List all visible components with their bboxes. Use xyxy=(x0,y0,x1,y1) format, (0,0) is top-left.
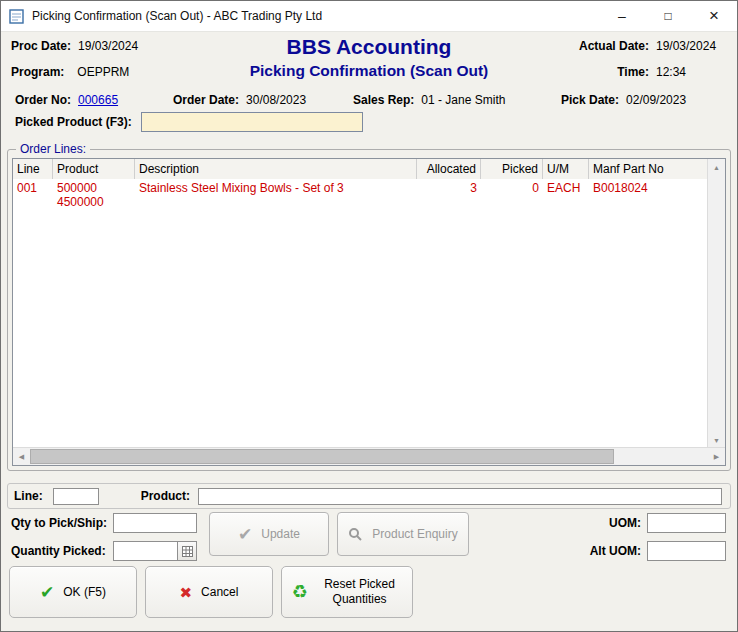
column-header-um[interactable]: U/M xyxy=(543,159,589,179)
cell-manf-part-no: B0018024 xyxy=(589,179,708,209)
alt-uom-label: Alt UOM: xyxy=(590,544,641,558)
column-header-description[interactable]: Description xyxy=(135,159,417,179)
sales-rep-field: Sales Rep:01 - Jane Smith xyxy=(353,93,505,107)
update-button-label: Update xyxy=(261,527,300,541)
cancel-cross-icon: ✖ xyxy=(180,585,193,600)
order-line-row[interactable]: 001 500000 4500000 Stainless Steel Mixin… xyxy=(13,179,708,209)
left-arrow-icon: ◀ xyxy=(19,453,24,461)
product-input[interactable] xyxy=(198,488,722,505)
list-body: 001 500000 4500000 Stainless Steel Mixin… xyxy=(13,179,708,448)
order-date-field: Order Date:30/08/2023 xyxy=(173,93,306,107)
cell-description: Stainless Steel Mixing Bowls - Set of 3 xyxy=(135,179,417,209)
order-lines-list: Line Product Description Allocated Picke… xyxy=(12,158,726,466)
picking-confirmation-window: Picking Confirmation (Scan Out) - ABC Tr… xyxy=(0,0,738,632)
cancel-button-label: Cancel xyxy=(201,585,238,599)
time-field: Time: 12:34 xyxy=(555,65,727,79)
order-date-value: 30/08/2023 xyxy=(246,93,306,107)
window-title: Picking Confirmation (Scan Out) - ABC Tr… xyxy=(32,9,322,23)
maximize-icon: □ xyxy=(664,9,671,23)
uom-label-wrap: UOM: xyxy=(609,516,641,530)
actual-date-value: 19/03/2024 xyxy=(656,39,726,53)
down-arrow-icon: ▼ xyxy=(713,437,720,444)
picked-product-label-wrap: Picked Product (F3): xyxy=(15,115,132,129)
cell-product: 500000 4500000 xyxy=(53,179,135,209)
alt-uom-input[interactable] xyxy=(647,541,726,561)
pick-date-field: Pick Date:02/09/2023 xyxy=(561,93,686,107)
order-no-field: Order No:000665 xyxy=(15,93,118,107)
reset-picked-button-label: Reset Picked Quantities xyxy=(317,577,403,607)
order-no-label: Order No: xyxy=(15,93,71,107)
recycle-icon: ♻ xyxy=(291,583,307,601)
scroll-right-button[interactable]: ▶ xyxy=(708,449,725,465)
alt-uom-label-wrap: Alt UOM: xyxy=(590,544,641,558)
update-check-icon: ✔ xyxy=(238,526,252,543)
horizontal-scroll-thumb[interactable] xyxy=(30,449,614,464)
horizontal-scrollbar[interactable]: ◀ ▶ xyxy=(13,447,725,465)
line-label: Line: xyxy=(14,489,43,503)
close-icon: × xyxy=(709,6,719,26)
qty-picked-label: Quantity Picked: xyxy=(11,544,106,558)
right-arrow-icon: ▶ xyxy=(714,453,719,461)
cancel-button[interactable]: ✖ Cancel xyxy=(145,566,273,618)
uom-input[interactable] xyxy=(647,513,726,533)
qty-label: Qty to Pick/Ship: xyxy=(11,516,107,530)
ok-check-icon: ✔ xyxy=(40,584,54,601)
title-bar: Picking Confirmation (Scan Out) - ABC Tr… xyxy=(1,1,737,32)
column-header-line[interactable]: Line xyxy=(13,159,53,179)
sales-rep-label: Sales Rep: xyxy=(353,93,414,107)
order-lines-group-label: Order Lines: xyxy=(16,142,90,156)
up-arrow-icon: ▲ xyxy=(713,164,720,171)
product-enquiry-button[interactable]: Product Enquiry xyxy=(337,512,469,556)
cell-um: EACH xyxy=(543,179,589,209)
cell-product-line2: 4500000 xyxy=(57,195,131,209)
qty-picked-label-wrap: Quantity Picked: xyxy=(11,544,106,558)
cell-allocated: 3 xyxy=(417,179,481,209)
qty-field-label-wrap: Qty to Pick/Ship: xyxy=(11,516,107,530)
minimize-button[interactable]: – xyxy=(599,1,645,31)
update-button[interactable]: ✔ Update xyxy=(209,512,329,556)
column-header-product[interactable]: Product xyxy=(53,159,135,179)
picked-product-label: Picked Product (F3): xyxy=(15,115,132,129)
scroll-left-button[interactable]: ◀ xyxy=(13,449,30,465)
order-date-label: Order Date: xyxy=(173,93,239,107)
cell-line: 001 xyxy=(13,179,53,209)
column-header-picked[interactable]: Picked xyxy=(481,159,543,179)
scroll-down-button[interactable]: ▼ xyxy=(708,432,725,448)
maximize-button[interactable]: □ xyxy=(645,1,691,31)
column-header-manf-part-no[interactable]: Manf Part No xyxy=(589,159,708,179)
pick-date-label: Pick Date: xyxy=(561,93,619,107)
picked-product-input[interactable] xyxy=(141,112,363,132)
pick-date-value: 02/09/2023 xyxy=(626,93,686,107)
actual-date-label: Actual Date: xyxy=(555,39,649,53)
time-label: Time: xyxy=(555,65,649,79)
uom-label: UOM: xyxy=(609,516,641,530)
line-detail-strip: Line: Product: xyxy=(7,483,731,509)
scroll-up-button[interactable]: ▲ xyxy=(708,159,725,175)
product-label: Product: xyxy=(141,489,190,503)
ok-button[interactable]: ✔ OK (F5) xyxy=(9,566,137,618)
line-input[interactable] xyxy=(53,488,99,505)
time-value: 12:34 xyxy=(656,65,726,79)
qty-picked-input-group xyxy=(113,541,197,561)
window-icon xyxy=(9,9,24,24)
calculator-button[interactable] xyxy=(178,541,197,561)
reset-picked-button[interactable]: ♻ Reset Picked Quantities xyxy=(281,566,413,618)
magnifier-icon xyxy=(348,527,363,542)
cell-picked: 0 xyxy=(481,179,543,209)
list-header: Line Product Description Allocated Picke… xyxy=(13,159,708,180)
order-lines-group: Order Lines: Line Product Description Al… xyxy=(7,149,731,471)
vertical-scrollbar[interactable]: ▲ ▼ xyxy=(707,159,725,448)
minimize-icon: – xyxy=(618,8,626,24)
close-button[interactable]: × xyxy=(691,1,737,31)
ok-button-label: OK (F5) xyxy=(63,585,106,599)
qty-to-pick-input[interactable] xyxy=(113,513,197,533)
actual-date-field: Actual Date: 19/03/2024 xyxy=(555,39,727,53)
sales-rep-value: 01 - Jane Smith xyxy=(421,93,505,107)
order-no-link[interactable]: 000665 xyxy=(78,93,118,107)
product-enquiry-button-label: Product Enquiry xyxy=(372,527,457,541)
qty-picked-input[interactable] xyxy=(113,541,178,561)
window-controls: – □ × xyxy=(599,1,737,31)
cell-product-line1: 500000 xyxy=(57,181,131,195)
column-header-allocated[interactable]: Allocated xyxy=(417,159,481,179)
calculator-icon xyxy=(182,546,193,557)
